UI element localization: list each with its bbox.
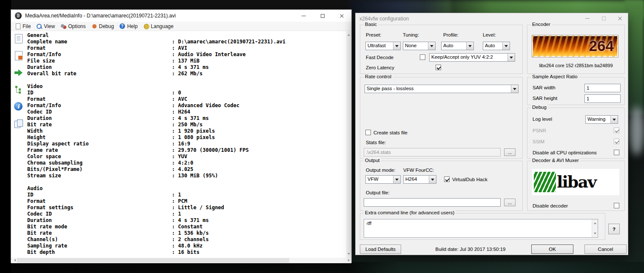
rate-control-group-label: Rate control <box>364 74 393 79</box>
info-row-value: : 29.970 (30000/1001) FPS <box>172 147 351 154</box>
preset-dropdown[interactable]: Ultrafast <box>365 42 401 50</box>
fast-decode-checkbox[interactable] <box>420 54 425 60</box>
output-file-input[interactable] <box>364 198 501 207</box>
menu-help[interactable]: Help <box>118 22 142 31</box>
minimize-button[interactable] <box>294 10 313 22</box>
vertical-scrollbar[interactable] <box>346 31 351 258</box>
output-mode-dropdown[interactable]: VFW <box>365 175 401 184</box>
info-icon[interactable] <box>14 102 24 112</box>
export-html-icon[interactable] <box>14 51 24 61</box>
info-row-label: Codec ID <box>27 109 172 115</box>
chevron-down-icon[interactable] <box>393 42 400 50</box>
scrollbar-thumb[interactable] <box>17 258 289 263</box>
options-icon <box>60 23 66 29</box>
chevron-down-icon[interactable] <box>428 42 435 50</box>
minimize-icon <box>585 18 590 19</box>
maximize-button[interactable] <box>313 10 332 22</box>
info-row-label: Complete name <box>27 39 172 45</box>
scroll-right-icon[interactable] <box>345 258 351 263</box>
fourcc-value: H264 <box>404 176 429 183</box>
disable-decoder-checkbox[interactable] <box>614 203 619 208</box>
profile-dropdown[interactable]: Auto <box>441 42 474 50</box>
info-row: Duration: 4 s 371 ms <box>27 64 351 71</box>
info-row: Color space: YUV <box>27 154 351 160</box>
chevron-down-icon[interactable] <box>466 42 473 50</box>
info-row: Frame rate: 29.970 (30000/1001) FPS <box>27 147 351 154</box>
load-defaults-button[interactable]: Load Defaults <box>360 245 401 254</box>
sidebar-icons <box>14 34 26 129</box>
close-button[interactable] <box>332 10 351 22</box>
fourcc-dropdown[interactable]: H264 <box>403 175 436 184</box>
preset-value: Ultrafast <box>366 42 393 50</box>
background-dark-strip <box>11 0 351 10</box>
info-row-label: Channel(s) <box>27 236 172 243</box>
menu-file[interactable]: File <box>13 22 34 31</box>
cpu-optimizations-checkbox[interactable] <box>614 150 619 155</box>
info-row-value: : 16 bits <box>172 249 351 256</box>
close-icon <box>339 14 344 18</box>
info-row-value: : 137 MiB <box>172 58 351 64</box>
ok-button[interactable]: OK <box>531 245 573 254</box>
chevron-down-icon[interactable] <box>511 85 518 93</box>
minimize-button[interactable] <box>579 13 596 24</box>
stats-file-input[interactable] <box>364 148 501 156</box>
info-row: Channel(s): 2 channels <box>27 236 351 243</box>
maximize-button[interactable] <box>596 13 612 24</box>
info-row-value: : 262 Mb/s <box>172 71 351 77</box>
info-row: Bit depth: 16 bits <box>27 249 351 256</box>
mediainfo-body: GeneralComplete name: D:\amarec\amarec(2… <box>11 31 351 258</box>
menu-view[interactable]: View <box>34 22 59 31</box>
chevron-down-icon[interactable] <box>429 176 436 183</box>
virtualdub-hack-checkbox[interactable] <box>444 176 450 182</box>
log-level-dropdown[interactable]: Warning <box>585 115 618 124</box>
debug-group-label: Debug <box>531 105 548 110</box>
ssim-checkbox <box>614 139 619 144</box>
sar-width-input[interactable] <box>584 84 621 92</box>
info-row-label: Duration <box>27 115 172 122</box>
chevron-down-icon[interactable] <box>610 116 618 123</box>
textarea-scrollbar[interactable] <box>592 219 598 237</box>
rate-control-dropdown[interactable]: Single pass - lossless <box>365 85 519 93</box>
info-row-label: Codec ID <box>27 211 172 217</box>
horizontal-scrollbar[interactable] <box>11 258 351 263</box>
info-row: Format: AVI <box>27 45 351 51</box>
sar-height-input[interactable] <box>584 94 621 103</box>
menu-language[interactable]: Language <box>142 22 177 31</box>
scroll-left-icon[interactable] <box>11 258 17 263</box>
yuv-dropdown[interactable]: Keep/Accept only YUV 4:2:2 <box>429 53 515 62</box>
chevron-down-icon[interactable] <box>507 54 515 61</box>
info-row-label: Chroma subsampling <box>27 160 172 166</box>
stats-file-browse-button[interactable]: ... <box>504 148 516 156</box>
close-button[interactable] <box>612 13 628 24</box>
goto-icon[interactable] <box>14 68 24 78</box>
info-row: Format: AVC <box>27 96 351 102</box>
help-button[interactable]: ? <box>608 224 620 234</box>
basic-group: Basic Preset: Tuning: Profile: Level: Ul… <box>360 25 523 74</box>
rate-control-value: Single pass - lossless <box>365 85 511 93</box>
menu-options[interactable]: Options <box>59 22 89 31</box>
close-icon <box>618 16 622 21</box>
output-file-label: Output file: <box>366 190 390 195</box>
info-row-label: General <box>27 32 172 39</box>
create-stats-checkbox[interactable] <box>365 130 371 135</box>
decoder-group-label: Decoder & AVI Muxer <box>531 158 580 163</box>
cancel-button[interactable]: Cancel <box>584 245 627 254</box>
info-row-label: Audio <box>27 185 172 192</box>
info-row-label: Sampling rate <box>27 243 172 249</box>
stats-file-label: Stats file: <box>366 140 386 145</box>
chevron-down-icon[interactable] <box>393 176 400 183</box>
info-row-value <box>172 83 351 90</box>
compare-icon[interactable] <box>14 119 24 129</box>
zero-latency-checkbox[interactable] <box>436 65 441 70</box>
output-file-browse-button[interactable]: ... <box>504 199 516 206</box>
chevron-down-icon[interactable] <box>502 42 510 50</box>
extra-command-input[interactable]: -tff <box>364 219 598 238</box>
export-text-icon[interactable] <box>14 34 24 44</box>
info-row: Width: 1 920 pixels <box>27 128 351 134</box>
info-row-label: Format settings <box>27 205 172 211</box>
menu-debug[interactable]: Debug <box>90 22 118 31</box>
tuning-dropdown[interactable]: None <box>403 42 436 50</box>
tree-view-icon[interactable] <box>14 85 24 95</box>
background-white-blob <box>629 106 644 155</box>
level-dropdown[interactable]: Auto <box>483 42 510 50</box>
